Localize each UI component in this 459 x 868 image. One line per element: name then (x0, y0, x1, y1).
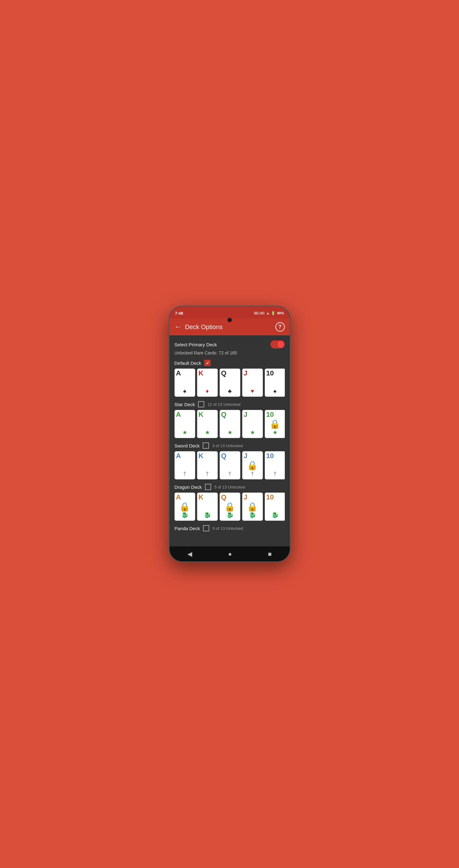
card-suit-1-2: ★ (227, 429, 232, 436)
primary-deck-toggle[interactable] (270, 340, 285, 348)
card-value-0-1: K (199, 370, 204, 377)
lock-icon-2-3: 🔒 (247, 460, 258, 471)
card-3-2[interactable]: Q🐉🔒 (220, 493, 240, 521)
card-suit-3-4: 🐉 (271, 512, 279, 519)
lock-overlay-1-4: 🔒 (265, 410, 285, 438)
card-2-4[interactable]: 10† (265, 451, 285, 479)
card-1-0[interactable]: A★ (174, 410, 195, 438)
card-suit-2-1: † (205, 471, 209, 477)
deck-name-3: Dragon Deck (174, 485, 202, 490)
lock-icon-1-4: 🔒 (269, 419, 280, 429)
card-value-0-2: Q (221, 370, 227, 377)
lock-icon-3-3: 🔒 (247, 502, 258, 512)
cards-row-1: A★K★Q★J★10★🔒 (174, 410, 285, 438)
deck-checkbox-1[interactable] (198, 401, 204, 407)
deck-checkbox-0[interactable] (204, 360, 210, 366)
signal-icon: ▲ (266, 311, 270, 315)
card-suit-0-0: ♠ (183, 388, 187, 395)
card-3-1[interactable]: K🐉 (197, 493, 218, 521)
status-time: 7:48 (175, 311, 183, 316)
lock-icon-3-2: 🔒 (224, 502, 235, 512)
camera-notch (227, 318, 232, 322)
card-suit-0-3: ♥ (251, 388, 254, 395)
unlocked-rare-text: Unlocked Rare Cards: 72 of 185 (174, 350, 285, 355)
card-2-0[interactable]: A† (174, 451, 195, 479)
status-icons: 5G UC ▲ 🔋 90% (254, 311, 284, 315)
card-2-1[interactable]: K† (197, 451, 218, 479)
card-suit-2-2: † (228, 471, 231, 477)
deck-unlock-text-2: 3 of 13 Unlocked (212, 443, 243, 448)
nav-back-button[interactable]: ◀ (182, 548, 197, 560)
deck-label-row-2: Sword Deck3 of 13 Unlocked (174, 442, 285, 449)
nav-home-button[interactable]: ● (223, 548, 237, 560)
help-button[interactable]: ? (276, 322, 285, 332)
deck-name-2: Sword Deck (174, 443, 200, 448)
select-primary-deck-row: Select Primary Deck (174, 340, 285, 348)
card-suit-0-4: ♠ (274, 388, 277, 395)
lock-overlay-3-2: 🔒 (220, 493, 240, 520)
toggle-knob (277, 341, 284, 348)
card-3-4[interactable]: 10🐉 (265, 493, 285, 521)
card-value-2-4: 10 (266, 453, 274, 459)
page-title: Deck Options (185, 323, 276, 331)
deck-name-4: Panda Deck (174, 526, 200, 531)
battery-icon: 🔋 (271, 311, 276, 315)
back-button[interactable]: ← (174, 321, 184, 332)
nav-recent-button[interactable]: ■ (263, 548, 277, 560)
card-3-0[interactable]: A🐉🔒 (174, 493, 195, 521)
card-value-3-4: 10 (266, 494, 274, 501)
card-1-3[interactable]: J★ (242, 410, 263, 438)
card-value-1-2: Q (221, 411, 227, 418)
card-0-1[interactable]: K♦ (197, 369, 218, 397)
deck-unlock-text-3: 5 of 13 Unlocked (214, 485, 245, 489)
card-value-2-1: K (199, 453, 204, 459)
card-value-3-1: K (199, 494, 204, 501)
deck-section-3: Dragon Deck5 of 13 UnlockedA🐉🔒K🐉Q🐉🔒J🐉🔒10… (174, 484, 285, 521)
card-suit-1-3: ★ (250, 429, 255, 436)
card-value-1-0: A (176, 411, 181, 418)
card-1-2[interactable]: Q★ (220, 410, 240, 438)
deck-name-0: Default Deck (174, 361, 201, 366)
card-0-3[interactable]: J♥ (242, 369, 263, 397)
card-suit-1-1: ★ (205, 429, 210, 436)
deck-checkbox-2[interactable] (203, 442, 209, 449)
card-3-3[interactable]: J🐉🔒 (242, 493, 263, 521)
card-suit-0-1: ♦ (206, 388, 209, 395)
deck-section-1: Star Deck12 of 13 UnlockedA★K★Q★J★10★🔒 (174, 401, 285, 438)
deck-unlock-text-4: 0 of 13 Unlocked (212, 526, 243, 531)
card-2-2[interactable]: Q† (220, 451, 240, 479)
status-bar: 7:48 5G UC ▲ 🔋 90% (170, 307, 290, 318)
decks-container: Default DeckA♠K♦Q♣J♥10♠Star Deck12 of 13… (174, 360, 285, 531)
card-suit-0-2: ♣ (228, 388, 232, 395)
card-value-2-0: A (176, 453, 181, 459)
card-1-4[interactable]: 10★🔒 (265, 410, 285, 438)
card-0-4[interactable]: 10♠ (265, 369, 285, 397)
deck-section-2: Sword Deck3 of 13 UnlockedA†K†Q†J†🔒10† (174, 442, 285, 479)
deck-checkbox-3[interactable] (205, 484, 211, 490)
deck-label-row-4: Panda Deck0 of 13 Unlocked (174, 525, 285, 531)
deck-section-0: Default DeckA♠K♦Q♣J♥10♠ (174, 360, 285, 397)
cards-row-3: A🐉🔒K🐉Q🐉🔒J🐉🔒10🐉 (174, 493, 285, 521)
deck-checkbox-4[interactable] (203, 525, 209, 531)
card-suit-1-0: ★ (182, 429, 188, 436)
deck-label-row-0: Default Deck (174, 360, 285, 366)
deck-unlock-text-1: 12 of 13 Unlocked (207, 402, 240, 407)
network-icon: 5G UC (254, 311, 265, 315)
lock-overlay-3-3: 🔒 (242, 493, 263, 520)
card-1-1[interactable]: K★ (197, 410, 218, 438)
card-value-2-2: Q (221, 453, 227, 459)
lock-icon-3-0: 🔒 (179, 502, 190, 512)
cards-row-0: A♠K♦Q♣J♥10♠ (174, 369, 285, 397)
deck-section-4: Panda Deck0 of 13 Unlocked (174, 525, 285, 531)
card-0-0[interactable]: A♠ (174, 369, 195, 397)
card-value-0-3: J (244, 370, 248, 377)
cards-row-2: A†K†Q†J†🔒10† (174, 451, 285, 479)
battery-pct: 90% (277, 311, 284, 315)
select-primary-deck-label: Select Primary Deck (174, 342, 217, 347)
card-2-3[interactable]: J†🔒 (242, 451, 263, 479)
card-0-2[interactable]: Q♣ (220, 369, 240, 397)
card-suit-3-1: 🐉 (204, 512, 211, 519)
main-content: Select Primary Deck Unlocked Rare Cards:… (170, 335, 290, 547)
card-suit-2-0: † (183, 471, 186, 477)
lock-overlay-2-3: 🔒 (242, 452, 263, 479)
